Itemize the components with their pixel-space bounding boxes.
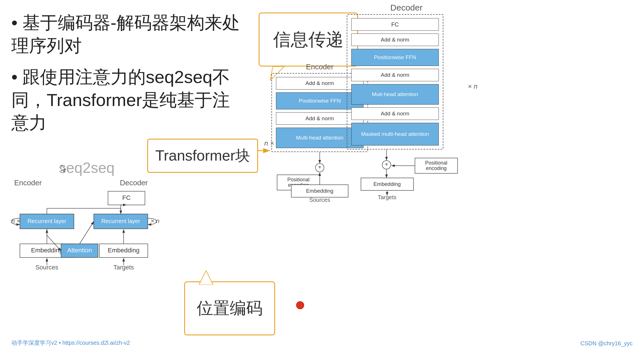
svg-text:+: + xyxy=(318,164,321,170)
dec-masked-multihead: Masked multi-head attention xyxy=(351,123,439,146)
decoder-section: Decoder FC Add & norm Positionwise FFN A… xyxy=(347,3,460,210)
watermark-left: 动手学深度学习v2 • https://courses.d2l.ai/zh-v2 xyxy=(11,339,130,347)
dec-poswise-ffn: Positionwise FFN xyxy=(351,49,439,66)
seq2seq-title: seq2seq xyxy=(11,159,162,176)
svg-line-25 xyxy=(80,221,94,244)
svg-text:Embedding: Embedding xyxy=(306,188,333,194)
encoder-label-seq: Encoder xyxy=(14,178,42,187)
dec-add-norm-3: Add & norm xyxy=(351,107,439,120)
bullet2-text: • 跟使用注意力的seq2seq不同，Transformer是纯基于注意力 xyxy=(11,66,244,134)
bullet2-container: • 跟使用注意力的seq2seq不同，Transformer是纯基于注意力 xyxy=(11,66,244,134)
svg-text:Attention: Attention xyxy=(67,247,92,254)
pos-bubble-tail xyxy=(199,271,222,285)
transformer-block-label: Transformer块 xyxy=(155,146,250,166)
dec-add-norm-2: Add & norm xyxy=(351,69,439,81)
svg-text:Embedding: Embedding xyxy=(373,181,401,187)
svg-text:Sources: Sources xyxy=(309,197,330,203)
svg-text:Recurrent layer: Recurrent layer xyxy=(101,218,140,224)
transformer-block: Transformer块 xyxy=(147,139,258,173)
pos-bubble-text: 位置编码 xyxy=(197,297,263,319)
dec-bottom-arrows: + Positional encoding Embedding Targets xyxy=(333,149,460,209)
decoder-label-main: Decoder xyxy=(352,3,460,13)
bullet1-text: • 基于编码器-解码器架构来处理序列对 xyxy=(11,11,244,57)
svg-text:Positional: Positional xyxy=(287,177,309,182)
svg-text:Embedding: Embedding xyxy=(108,247,139,254)
svg-text:+: + xyxy=(385,161,388,167)
dec-multihead: Muti-head attention xyxy=(351,84,439,105)
dec-fc: FC xyxy=(351,18,439,31)
svg-text:encoding: encoding xyxy=(426,165,446,171)
decoder-label-seq: Decoder xyxy=(120,178,148,187)
svg-text:Recurrent layer: Recurrent layer xyxy=(28,218,67,224)
svg-marker-32 xyxy=(199,271,213,285)
pos-bubble: 位置编码 xyxy=(184,281,275,335)
watermark-right: CSDN @chry16_yyc xyxy=(580,340,633,347)
seq2seq-diagram-svg: FC Recurrent layer Recurrent layer n × ×… xyxy=(11,188,182,308)
decoder-dashed-box: FC Add & norm Positionwise FFN Add & nor… xyxy=(347,14,443,149)
bullet1-container: • 基于编码器-解码器架构来处理序列对 xyxy=(11,11,244,57)
dec-add-norm-1: Add & norm xyxy=(351,34,439,46)
nx-enc-label: n × xyxy=(264,139,274,147)
info-bubble-text: 信息传递 xyxy=(273,28,344,51)
seq2seq-section: seq2seq Encoder Decoder FC Recurrent lay… xyxy=(11,159,182,309)
svg-text:FC: FC xyxy=(122,194,130,201)
red-dot xyxy=(296,301,304,309)
left-content: • 基于编码器-解码器架构来处理序列对 • 跟使用注意力的seq2seq不同，T… xyxy=(11,11,244,143)
xn-dec-label: × n xyxy=(468,82,477,90)
info-bubble: 信息传递 xyxy=(259,13,358,67)
svg-text:Positional: Positional xyxy=(425,160,447,166)
